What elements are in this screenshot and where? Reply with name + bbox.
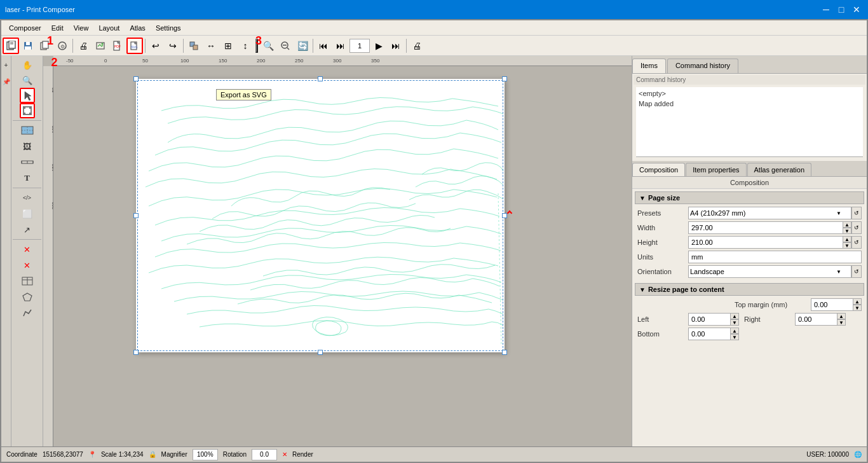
x-mark: ✕ (282, 451, 287, 458)
zoom-tool-button[interactable]: 🔍 (20, 73, 35, 88)
menu-atlas[interactable]: Atlas (125, 23, 150, 33)
render-label: Render (292, 451, 313, 458)
left-margin-input[interactable] (688, 313, 730, 326)
add-items-button[interactable] (186, 38, 202, 54)
pan-tool-button[interactable]: ✋ (20, 57, 35, 73)
right-margin-down-button[interactable]: ▼ (837, 319, 846, 326)
atlas-next-button[interactable]: ⏭ (332, 38, 349, 54)
resize-header[interactable]: ▼ Resize page to content (635, 283, 864, 296)
sel-handle-bm (318, 350, 323, 355)
page-size-header[interactable]: ▼ Page size (635, 191, 864, 204)
menu-composer[interactable]: Composer (4, 23, 46, 33)
composer-manager-button[interactable]: ⚙ (54, 38, 71, 54)
tab-atlas-generation[interactable]: Atlas generation (747, 163, 812, 176)
atlas-forward-button[interactable]: ▶ (370, 38, 387, 54)
units-input (688, 251, 862, 263)
rotation-label: Rotation (223, 451, 247, 458)
print-button[interactable]: 🖨 (75, 38, 92, 54)
bottom-margin-up-button[interactable]: ▲ (730, 328, 739, 334)
bottom-margin-down-button[interactable]: ▼ (730, 334, 739, 340)
minimize-button[interactable]: ─ (820, 3, 832, 16)
delete-x-button[interactable]: ✕ (20, 242, 35, 257)
zoom-in-button[interactable]: 🔍 (260, 38, 276, 54)
top-margin-up-button[interactable]: ▲ (853, 298, 862, 305)
atlas-last-button[interactable]: ⏭ (388, 38, 404, 54)
top-tabs: Items Command history (632, 56, 867, 74)
add-arrow-button[interactable]: ↗ (20, 222, 35, 237)
tab-command-history[interactable]: Command history (667, 59, 738, 73)
duplicate-button[interactable] (37, 38, 53, 54)
right-margin-up-button[interactable]: ▲ (837, 313, 846, 319)
comp-tabs: Composition Item properties Atlas genera… (632, 161, 867, 177)
toolbar-sep-2 (145, 39, 146, 53)
add-table-button[interactable] (20, 273, 35, 289)
sel-handle-ml (133, 213, 139, 218)
right-margin-input[interactable] (795, 313, 837, 326)
ruler-mark: 200 (257, 58, 265, 64)
add-map-button[interactable] (20, 123, 35, 138)
redo-button[interactable]: ↪ (165, 38, 181, 54)
tab-composition[interactable]: Composition (632, 163, 685, 176)
zoom-width-button[interactable]: ↕ (237, 38, 254, 54)
ruler-mark: 350 (371, 58, 379, 64)
presets-side-button[interactable]: ↺ (851, 207, 862, 219)
menu-layout[interactable]: Layout (93, 23, 125, 33)
add-polygon-button[interactable] (20, 289, 35, 305)
bottom-margin-input[interactable] (688, 328, 730, 340)
add-html-button[interactable]: </> (20, 190, 35, 205)
select-tool-button[interactable] (20, 88, 35, 103)
atlas-prev-button[interactable]: ⏮ (315, 38, 332, 54)
page-number-input[interactable] (349, 39, 370, 53)
tab-item-properties[interactable]: Item properties (686, 163, 746, 176)
rotation-input[interactable] (252, 449, 277, 460)
add-text-button[interactable]: T (20, 170, 35, 186)
zoom-full-button[interactable]: ⊞ (220, 38, 236, 54)
save-button[interactable] (20, 38, 36, 54)
width-input[interactable] (688, 221, 843, 234)
add-scalebar-button[interactable] (20, 155, 35, 170)
presets-select[interactable]: A4 (210x297 mm) A3 (297x420 mm) Letter C… (688, 207, 851, 219)
orientation-select[interactable]: Portrait Landscape (688, 265, 851, 278)
orientation-side-button[interactable]: ↺ (851, 265, 862, 278)
titlebar-controls: ─ □ ✕ (820, 3, 863, 16)
add-polyline-button[interactable] (20, 305, 35, 321)
delete2-button[interactable]: ✕ (20, 258, 35, 273)
menu-view[interactable]: View (69, 23, 94, 33)
sel-handle-tm (318, 76, 323, 81)
left-margin-up-button[interactable]: ▲ (730, 313, 739, 319)
right-margin-spin-buttons: ▲ ▼ (837, 313, 846, 326)
width-up-button[interactable]: ▲ (843, 221, 851, 228)
edit-nodes-button[interactable] (20, 103, 35, 118)
refresh-button[interactable]: 🔄 (294, 38, 311, 54)
height-up-button[interactable]: ▲ (843, 236, 851, 242)
close-button[interactable]: ✕ (850, 3, 863, 16)
width-side-button[interactable]: ↺ (851, 221, 862, 234)
lock-icon: 🔒 (149, 451, 156, 458)
export-pdf-button[interactable]: PDF (109, 38, 126, 54)
top-margin-input[interactable] (811, 298, 853, 311)
add-image-button[interactable]: 🖼 (20, 139, 35, 154)
tab-items[interactable]: Items (632, 59, 666, 73)
undo-button[interactable]: ↩ (147, 38, 164, 54)
height-side-button[interactable]: ↺ (851, 236, 862, 249)
print2-button[interactable]: 🖨 (409, 38, 425, 54)
menu-edit[interactable]: Edit (46, 23, 69, 33)
export-svg-button[interactable]: SVG (126, 38, 143, 54)
left-margin-down-button[interactable]: ▼ (730, 319, 739, 326)
width-row: Width ▲ ▼ ↺ (635, 221, 864, 234)
add-shape-button[interactable]: ⬜ (20, 206, 35, 221)
zoom-out-button[interactable] (277, 38, 294, 54)
scale-label: Scale 1:34,234 (101, 451, 144, 458)
new-composer-button[interactable] (3, 38, 19, 54)
height-input[interactable] (688, 236, 843, 249)
menu-settings[interactable]: Settings (151, 23, 186, 33)
width-down-button[interactable]: ▼ (843, 228, 851, 234)
magnifier-input[interactable] (193, 449, 218, 460)
toolbar-sep-5 (313, 39, 313, 53)
top-margin-down-button[interactable]: ▼ (853, 305, 862, 311)
height-down-button[interactable]: ▼ (843, 242, 851, 249)
export-image-button[interactable] (92, 38, 109, 54)
move-items-button[interactable]: ↔ (203, 38, 219, 54)
maximize-button[interactable]: □ (835, 3, 848, 16)
units-label: Units (637, 253, 688, 261)
